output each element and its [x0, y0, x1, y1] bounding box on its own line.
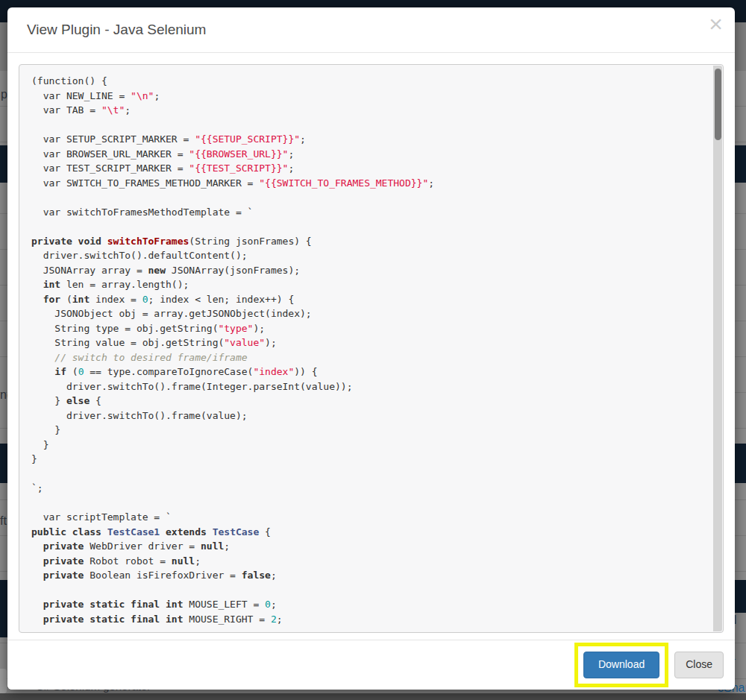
code-scrollbar-track[interactable] [713, 66, 722, 631]
close-button[interactable]: Close [674, 652, 724, 678]
view-plugin-modal: View Plugin - Java Selenium × (function(… [7, 7, 735, 690]
modal-title: View Plugin - Java Selenium [27, 22, 720, 38]
screen: p ne ft E N tra C# Selenium generator cS… [0, 0, 746, 700]
background-side-tab [0, 669, 7, 693]
background-text-fragment: p [1, 88, 7, 101]
modal-body: (function() { var NEW_LINE = "\n"; var T… [19, 64, 724, 633]
code-block[interactable]: (function() { var NEW_LINE = "\n"; var T… [19, 64, 724, 633]
download-button[interactable]: Download [583, 652, 659, 678]
background-bottom-bar [0, 693, 746, 700]
background-text-fragment: ft [0, 514, 7, 528]
close-icon[interactable]: × [709, 12, 723, 36]
code-lines: (function() { var NEW_LINE = "\n"; var T… [31, 74, 703, 626]
modal-header: View Plugin - Java Selenium × [7, 7, 735, 53]
code-scrollbar-thumb[interactable] [715, 69, 721, 140]
background-table-header-band [0, 613, 7, 637]
download-highlight-box: Download [574, 643, 668, 687]
modal-footer: Download Close [7, 640, 735, 690]
